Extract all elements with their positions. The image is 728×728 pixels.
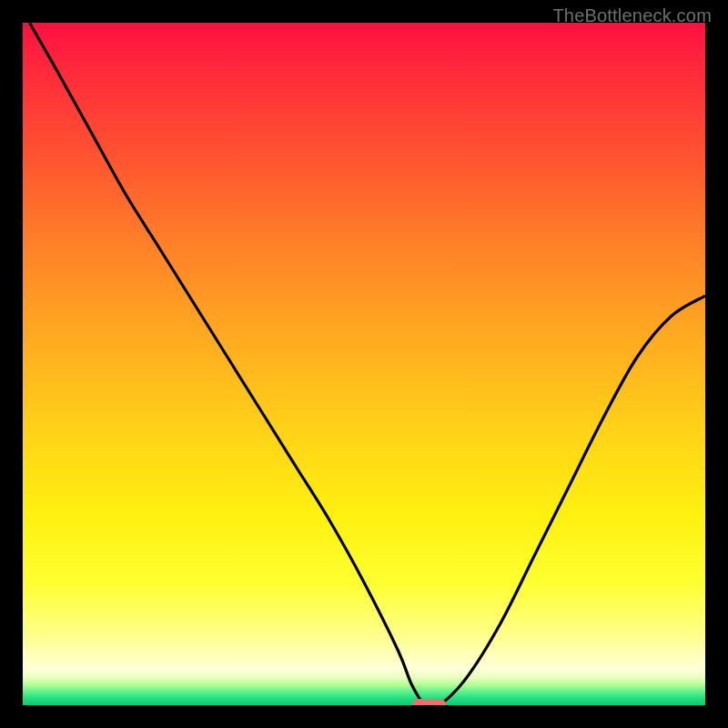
plot-area <box>23 23 705 705</box>
watermark-text: TheBottleneck.com <box>552 5 712 26</box>
optimal-marker <box>412 699 447 705</box>
chart-frame <box>14 14 714 714</box>
bottleneck-curve <box>30 23 706 705</box>
curve-svg <box>23 23 705 705</box>
